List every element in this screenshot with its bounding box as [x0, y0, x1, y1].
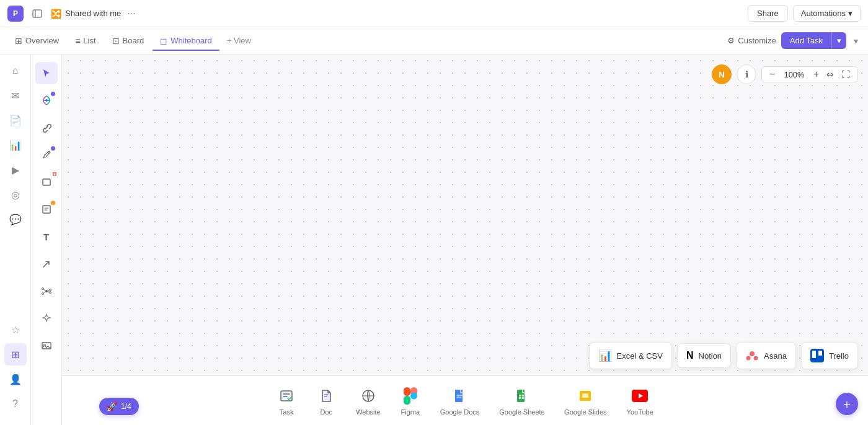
tool-select[interactable] — [35, 62, 58, 84]
sidebar-item-star[interactable]: ☆ — [4, 318, 27, 341]
svg-rect-34 — [522, 397, 524, 399]
upgrade-badge[interactable]: 🚀 1/4 — [99, 398, 139, 415]
tool-rect[interactable]: ▾ — [35, 171, 58, 193]
tool-mindmap[interactable] — [35, 280, 58, 302]
integration-card-excel[interactable]: 📊 Excel & CSV — [589, 342, 672, 369]
zoom-in-btn[interactable]: + — [811, 69, 822, 79]
sidebar-bottom: ☆ ⊞ 👤 ? — [4, 318, 27, 420]
trello-label: Trello — [829, 351, 849, 361]
excel-label: Excel & CSV — [617, 351, 663, 361]
add-task-group: Add Task ▾ — [781, 32, 846, 49]
canvas-area[interactable]: N ℹ − 100% + ⇔ ⛶ 📊 Excel & CSV N Notion — [62, 55, 868, 425]
figma-icon — [401, 386, 420, 406]
integration-card-notion[interactable]: N Notion — [677, 343, 731, 368]
sidebar-item-grid[interactable]: ⊞ — [4, 343, 27, 366]
tool-text[interactable]: T — [35, 226, 58, 248]
youtube-label: YouTube — [627, 408, 653, 416]
embed-figma[interactable]: Figma — [401, 386, 420, 416]
embed-doc[interactable]: Doc — [316, 386, 336, 416]
dot-grid-background — [62, 55, 868, 425]
doc-icon — [316, 386, 336, 406]
zoom-controls: − 100% + ⇔ ⛶ — [761, 66, 858, 82]
sidebar-item-inbox[interactable]: ✉ — [4, 84, 27, 107]
canvas-info-btn[interactable]: ℹ — [737, 64, 756, 84]
top-right-actions: Share Automations ▾ — [748, 5, 861, 22]
website-icon — [358, 386, 378, 406]
svg-rect-24 — [404, 387, 410, 396]
zoom-fit-icon[interactable]: ⇔ — [824, 69, 836, 79]
more-options-btn[interactable]: ··· — [125, 7, 138, 20]
whiteboard-icon: ◻ — [160, 36, 167, 46]
tab-whiteboard-label: Whiteboard — [170, 36, 211, 45]
svg-point-7 — [42, 293, 43, 295]
tabs-right-actions: ⚙ Customize Add Task ▾ ▾ — [727, 32, 861, 49]
embed-google-sheets[interactable]: Google Sheets — [499, 386, 544, 416]
svg-point-6 — [42, 288, 43, 290]
add-view-btn[interactable]: + View — [221, 32, 257, 49]
floating-plus-btn[interactable]: ＋ — [836, 393, 858, 415]
sidebar-item-docs[interactable]: 📄 — [4, 109, 27, 131]
tool-arrow[interactable] — [35, 253, 58, 275]
integration-cards: 📊 Excel & CSV N Notion Asana — [589, 342, 858, 369]
bottom-embed-toolbar: Task Doc Website — [62, 375, 868, 425]
tab-whiteboard[interactable]: ◻ Whiteboard — [153, 32, 219, 51]
task-icon — [277, 386, 296, 406]
collapse-sidebar-btn[interactable]: ▾ — [851, 33, 861, 48]
main-area: ⌂ ✉ 📄 📊 ▶ ◎ 💬 ☆ ⊞ 👤 ? — [0, 55, 868, 425]
sidebar-item-media[interactable]: ▶ — [4, 159, 27, 181]
embed-google-docs[interactable]: Google Docs — [440, 386, 480, 416]
zoom-expand-icon[interactable]: ⛶ — [839, 69, 852, 79]
board-icon: ⊡ — [112, 36, 120, 46]
embed-youtube[interactable]: YouTube — [627, 386, 653, 416]
svg-rect-20 — [812, 351, 816, 358]
svg-rect-29 — [455, 390, 463, 402]
svg-line-11 — [43, 292, 45, 293]
automations-button[interactable]: Automations ▾ — [793, 5, 861, 22]
google-docs-icon — [450, 386, 470, 406]
svg-point-8 — [49, 289, 51, 291]
rocket-icon: 🚀 — [107, 401, 117, 411]
tool-image[interactable] — [35, 335, 58, 357]
tool-ai[interactable] — [35, 307, 58, 330]
embed-google-slides[interactable]: Google Slides — [564, 386, 607, 416]
add-task-button[interactable]: Add Task — [781, 32, 831, 49]
doc-label: Doc — [320, 408, 332, 416]
tool-note[interactable] — [35, 198, 58, 221]
sidebar-item-user[interactable]: 👤 — [4, 368, 27, 390]
sidebar-item-chart[interactable]: 📊 — [4, 134, 27, 156]
breadcrumb-text: Shared with me — [65, 9, 121, 18]
tab-list[interactable]: ≡ List — [68, 32, 103, 51]
google-slides-label: Google Slides — [564, 408, 607, 416]
share-button[interactable]: Share — [748, 5, 788, 22]
customize-button[interactable]: ⚙ Customize — [727, 36, 776, 45]
website-label: Website — [356, 408, 381, 416]
svg-rect-21 — [818, 351, 822, 356]
tool-pen[interactable] — [35, 144, 58, 166]
sidebar-item-help[interactable]: ? — [4, 393, 27, 415]
google-sheets-label: Google Sheets — [499, 408, 544, 416]
sidebar-item-timer[interactable]: ◎ — [4, 183, 27, 206]
tab-board-label: Board — [123, 36, 144, 45]
integration-card-asana[interactable]: Asana — [736, 342, 796, 369]
view-tabs-bar: ⊞ Overview ≡ List ⊡ Board ◻ Whiteboard +… — [0, 27, 868, 55]
add-task-dropdown-btn[interactable]: ▾ — [831, 32, 846, 49]
sidebar-toggle[interactable] — [29, 5, 46, 22]
tab-overview-label: Overview — [25, 36, 59, 45]
sidebar-item-chat[interactable]: 💬 — [4, 208, 27, 230]
embed-website[interactable]: Website — [356, 386, 381, 416]
integration-card-trello[interactable]: Trello — [801, 342, 858, 369]
tab-list-label: List — [83, 36, 95, 45]
workspace-avatar[interactable]: P — [7, 6, 24, 22]
zoom-out-btn[interactable]: − — [767, 69, 777, 79]
tab-overview[interactable]: ⊞ Overview — [7, 32, 66, 51]
sidebar-item-home[interactable]: ⌂ — [4, 59, 27, 82]
embed-task[interactable]: Task — [277, 386, 296, 416]
svg-rect-0 — [33, 10, 42, 17]
svg-rect-33 — [519, 397, 521, 399]
tool-embed[interactable] — [35, 89, 58, 112]
tool-link[interactable] — [35, 116, 58, 139]
asana-label: Asana — [764, 351, 787, 361]
upgrade-badge-label: 1/4 — [121, 402, 131, 411]
breadcrumb: 🔀 Shared with me ··· — [51, 7, 743, 20]
tab-board[interactable]: ⊡ Board — [105, 32, 152, 51]
